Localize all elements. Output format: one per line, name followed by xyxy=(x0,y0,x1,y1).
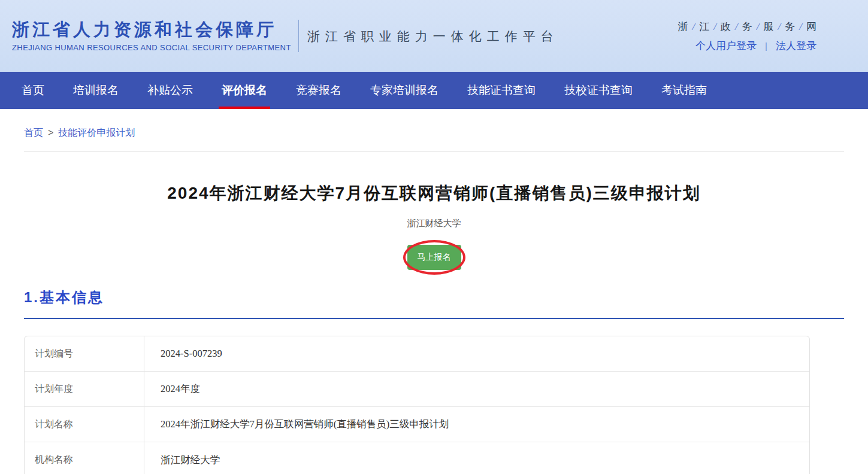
table-row: 计划年度 2024年度 xyxy=(25,372,809,407)
nav-item-competition-signup[interactable]: 竞赛报名 xyxy=(296,72,341,109)
breadcrumb-home-link[interactable]: 首页 xyxy=(24,127,43,139)
login-links: 个人用户登录 | 法人登录 xyxy=(695,39,816,53)
department-logo: 浙江省人力资源和社会保障厅 ZHEJIANG HUMAN RESOURCES A… xyxy=(12,20,291,52)
legal-entity-login-link[interactable]: 法人登录 xyxy=(776,39,816,53)
row-value-plan-number: 2024-S-007239 xyxy=(144,336,809,372)
gov-net-char: 政 xyxy=(721,21,731,32)
nav-item-tech-school-cert-query[interactable]: 技校证书查询 xyxy=(564,72,633,109)
gov-net-char: 服 xyxy=(764,21,774,32)
nav-item-evaluation-signup[interactable]: 评价报名 xyxy=(222,72,267,109)
gov-net-slash: / xyxy=(799,21,802,32)
nav-item-home[interactable]: 首页 xyxy=(22,72,44,109)
personal-login-link[interactable]: 个人用户登录 xyxy=(695,39,757,53)
row-value-org-name: 浙江财经大学 xyxy=(144,442,809,474)
basic-info-table: 计划编号 2024-S-007239 计划年度 2024年度 计划名称 2024… xyxy=(24,336,810,474)
nav-item-exam-guide[interactable]: 考试指南 xyxy=(661,72,707,109)
row-label-plan-number: 计划编号 xyxy=(25,336,144,372)
nav-item-expert-training-signup[interactable]: 专家培训报名 xyxy=(370,72,438,109)
gov-net-slash: / xyxy=(692,21,695,32)
breadcrumb-separator: > xyxy=(48,127,53,139)
apply-button-area: 马上报名 xyxy=(0,245,868,270)
row-value-plan-name: 2024年浙江财经大学7月份互联网营销师(直播销售员)三级申报计划 xyxy=(144,407,809,442)
department-name-cn: 浙江省人力资源和社会保障厅 xyxy=(12,20,291,40)
nav-item-skill-cert-query[interactable]: 技能证书查询 xyxy=(467,72,536,109)
apply-now-button[interactable]: 马上报名 xyxy=(407,245,461,270)
breadcrumb: 首页 > 技能评价申报计划 xyxy=(0,109,868,139)
gov-net-slash: / xyxy=(757,21,760,32)
gov-net-char: 江 xyxy=(699,21,709,32)
platform-name: 浙江省职业能力一体化工作平台 xyxy=(307,28,559,45)
site-header: 浙江省人力资源和社会保障厅 ZHEJIANG HUMAN RESOURCES A… xyxy=(0,0,868,72)
gov-net-slash: / xyxy=(713,21,716,32)
row-label-org-name: 机构名称 xyxy=(25,442,144,474)
breadcrumb-divider xyxy=(24,151,844,152)
gov-net-char: 网 xyxy=(806,21,816,32)
department-name-en: ZHEJIANG HUMAN RESOURCES AND SOCIAL SECU… xyxy=(12,43,291,52)
gov-net-slash: / xyxy=(735,21,738,32)
table-row: 机构名称 浙江财经大学 xyxy=(25,442,809,474)
table-row: 计划名称 2024年浙江财经大学7月份互联网营销师(直播销售员)三级申报计划 xyxy=(25,407,809,442)
main-content: 2024年浙江财经大学7月份互联网营销师(直播销售员)三级申报计划 浙江财经大学… xyxy=(0,183,868,474)
table-row: 计划编号 2024-S-007239 xyxy=(25,336,809,372)
main-nav: 首页 培训报名 补贴公示 评价报名 竞赛报名 专家培训报名 技能证书查询 技校证… xyxy=(0,72,868,109)
plan-title: 2024年浙江财经大学7月份互联网营销师(直播销售员)三级申报计划 xyxy=(0,183,868,203)
gov-net-char: 务 xyxy=(742,21,752,32)
breadcrumb-current[interactable]: 技能评价申报计划 xyxy=(58,127,135,139)
row-label-plan-year: 计划年度 xyxy=(25,372,144,407)
row-label-plan-name: 计划名称 xyxy=(25,407,144,442)
section-heading-block: 1.基本信息 xyxy=(24,289,844,319)
nav-item-training-signup[interactable]: 培训报名 xyxy=(73,72,119,109)
gov-service-net-label: 浙/江/政/务/服/务/网 xyxy=(678,20,816,34)
gov-net-slash: / xyxy=(778,21,781,32)
plan-organization-subtitle: 浙江财经大学 xyxy=(0,218,868,229)
gov-net-char: 浙 xyxy=(678,21,688,32)
section-heading-basic-info: 1.基本信息 xyxy=(24,289,844,306)
header-right: 浙/江/政/务/服/务/网 个人用户登录 | 法人登录 xyxy=(678,20,816,53)
nav-item-subsidy-publicity[interactable]: 补贴公示 xyxy=(147,72,193,109)
row-value-plan-year: 2024年度 xyxy=(144,372,809,407)
gov-net-char: 务 xyxy=(785,21,795,32)
login-links-divider: | xyxy=(765,41,767,51)
header-vertical-divider xyxy=(298,20,299,52)
